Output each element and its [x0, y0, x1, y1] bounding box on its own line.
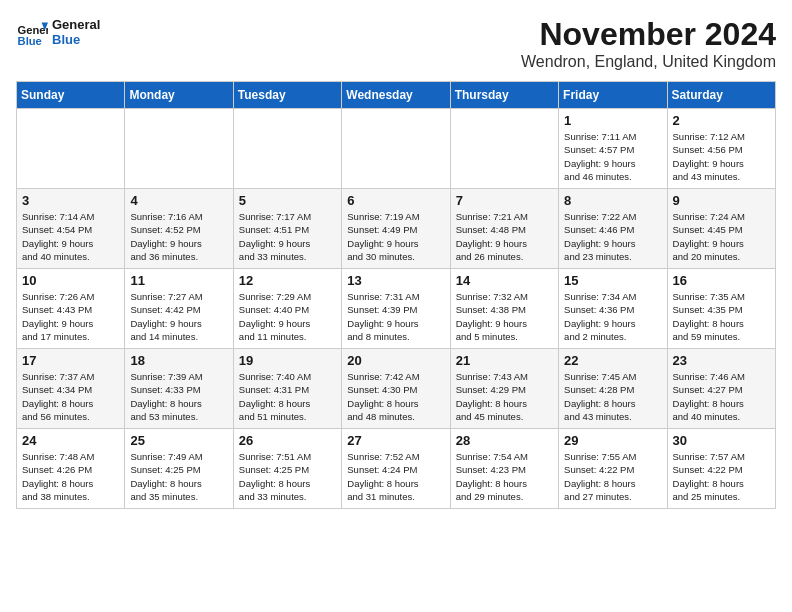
day-number: 17	[22, 353, 119, 368]
day-number: 5	[239, 193, 336, 208]
calendar: SundayMondayTuesdayWednesdayThursdayFrid…	[16, 81, 776, 509]
day-number: 4	[130, 193, 227, 208]
day-number: 28	[456, 433, 553, 448]
day-info: Sunrise: 7:39 AM Sunset: 4:33 PM Dayligh…	[130, 370, 227, 423]
day-number: 15	[564, 273, 661, 288]
calendar-cell: 22Sunrise: 7:45 AM Sunset: 4:28 PM Dayli…	[559, 349, 667, 429]
day-number: 12	[239, 273, 336, 288]
calendar-cell: 16Sunrise: 7:35 AM Sunset: 4:35 PM Dayli…	[667, 269, 775, 349]
day-number: 25	[130, 433, 227, 448]
day-info: Sunrise: 7:29 AM Sunset: 4:40 PM Dayligh…	[239, 290, 336, 343]
week-row-1: 1Sunrise: 7:11 AM Sunset: 4:57 PM Daylig…	[17, 109, 776, 189]
calendar-cell: 3Sunrise: 7:14 AM Sunset: 4:54 PM Daylig…	[17, 189, 125, 269]
week-row-2: 3Sunrise: 7:14 AM Sunset: 4:54 PM Daylig…	[17, 189, 776, 269]
calendar-cell	[233, 109, 341, 189]
calendar-cell: 28Sunrise: 7:54 AM Sunset: 4:23 PM Dayli…	[450, 429, 558, 509]
day-number: 30	[673, 433, 770, 448]
weekday-header-row: SundayMondayTuesdayWednesdayThursdayFrid…	[17, 82, 776, 109]
page-header: General Blue General Blue November 2024 …	[16, 16, 776, 71]
day-info: Sunrise: 7:43 AM Sunset: 4:29 PM Dayligh…	[456, 370, 553, 423]
day-number: 8	[564, 193, 661, 208]
calendar-cell: 29Sunrise: 7:55 AM Sunset: 4:22 PM Dayli…	[559, 429, 667, 509]
week-row-5: 24Sunrise: 7:48 AM Sunset: 4:26 PM Dayli…	[17, 429, 776, 509]
day-info: Sunrise: 7:35 AM Sunset: 4:35 PM Dayligh…	[673, 290, 770, 343]
calendar-cell: 11Sunrise: 7:27 AM Sunset: 4:42 PM Dayli…	[125, 269, 233, 349]
calendar-cell: 12Sunrise: 7:29 AM Sunset: 4:40 PM Dayli…	[233, 269, 341, 349]
calendar-cell: 5Sunrise: 7:17 AM Sunset: 4:51 PM Daylig…	[233, 189, 341, 269]
day-info: Sunrise: 7:40 AM Sunset: 4:31 PM Dayligh…	[239, 370, 336, 423]
calendar-cell: 26Sunrise: 7:51 AM Sunset: 4:25 PM Dayli…	[233, 429, 341, 509]
day-number: 9	[673, 193, 770, 208]
location-title: Wendron, England, United Kingdom	[521, 53, 776, 71]
calendar-body: 1Sunrise: 7:11 AM Sunset: 4:57 PM Daylig…	[17, 109, 776, 509]
day-number: 26	[239, 433, 336, 448]
calendar-cell: 8Sunrise: 7:22 AM Sunset: 4:46 PM Daylig…	[559, 189, 667, 269]
day-number: 24	[22, 433, 119, 448]
logo-line1: General	[52, 17, 100, 32]
day-info: Sunrise: 7:57 AM Sunset: 4:22 PM Dayligh…	[673, 450, 770, 503]
weekday-friday: Friday	[559, 82, 667, 109]
day-info: Sunrise: 7:42 AM Sunset: 4:30 PM Dayligh…	[347, 370, 444, 423]
day-number: 18	[130, 353, 227, 368]
day-info: Sunrise: 7:32 AM Sunset: 4:38 PM Dayligh…	[456, 290, 553, 343]
day-info: Sunrise: 7:11 AM Sunset: 4:57 PM Dayligh…	[564, 130, 661, 183]
day-info: Sunrise: 7:37 AM Sunset: 4:34 PM Dayligh…	[22, 370, 119, 423]
day-number: 14	[456, 273, 553, 288]
day-info: Sunrise: 7:24 AM Sunset: 4:45 PM Dayligh…	[673, 210, 770, 263]
day-info: Sunrise: 7:45 AM Sunset: 4:28 PM Dayligh…	[564, 370, 661, 423]
calendar-cell	[450, 109, 558, 189]
day-info: Sunrise: 7:21 AM Sunset: 4:48 PM Dayligh…	[456, 210, 553, 263]
week-row-3: 10Sunrise: 7:26 AM Sunset: 4:43 PM Dayli…	[17, 269, 776, 349]
calendar-cell: 2Sunrise: 7:12 AM Sunset: 4:56 PM Daylig…	[667, 109, 775, 189]
day-number: 23	[673, 353, 770, 368]
day-number: 29	[564, 433, 661, 448]
day-number: 7	[456, 193, 553, 208]
calendar-cell: 24Sunrise: 7:48 AM Sunset: 4:26 PM Dayli…	[17, 429, 125, 509]
day-info: Sunrise: 7:48 AM Sunset: 4:26 PM Dayligh…	[22, 450, 119, 503]
day-info: Sunrise: 7:46 AM Sunset: 4:27 PM Dayligh…	[673, 370, 770, 423]
month-title: November 2024	[521, 16, 776, 53]
weekday-thursday: Thursday	[450, 82, 558, 109]
day-info: Sunrise: 7:49 AM Sunset: 4:25 PM Dayligh…	[130, 450, 227, 503]
day-number: 16	[673, 273, 770, 288]
calendar-cell: 7Sunrise: 7:21 AM Sunset: 4:48 PM Daylig…	[450, 189, 558, 269]
day-number: 1	[564, 113, 661, 128]
day-info: Sunrise: 7:31 AM Sunset: 4:39 PM Dayligh…	[347, 290, 444, 343]
day-info: Sunrise: 7:51 AM Sunset: 4:25 PM Dayligh…	[239, 450, 336, 503]
calendar-cell: 30Sunrise: 7:57 AM Sunset: 4:22 PM Dayli…	[667, 429, 775, 509]
day-info: Sunrise: 7:17 AM Sunset: 4:51 PM Dayligh…	[239, 210, 336, 263]
calendar-cell: 19Sunrise: 7:40 AM Sunset: 4:31 PM Dayli…	[233, 349, 341, 429]
calendar-cell: 1Sunrise: 7:11 AM Sunset: 4:57 PM Daylig…	[559, 109, 667, 189]
logo: General Blue General Blue	[16, 16, 100, 48]
day-number: 10	[22, 273, 119, 288]
weekday-monday: Monday	[125, 82, 233, 109]
calendar-cell: 9Sunrise: 7:24 AM Sunset: 4:45 PM Daylig…	[667, 189, 775, 269]
calendar-cell: 14Sunrise: 7:32 AM Sunset: 4:38 PM Dayli…	[450, 269, 558, 349]
calendar-cell: 15Sunrise: 7:34 AM Sunset: 4:36 PM Dayli…	[559, 269, 667, 349]
day-info: Sunrise: 7:26 AM Sunset: 4:43 PM Dayligh…	[22, 290, 119, 343]
day-number: 20	[347, 353, 444, 368]
calendar-cell: 18Sunrise: 7:39 AM Sunset: 4:33 PM Dayli…	[125, 349, 233, 429]
day-info: Sunrise: 7:54 AM Sunset: 4:23 PM Dayligh…	[456, 450, 553, 503]
day-number: 21	[456, 353, 553, 368]
calendar-cell: 17Sunrise: 7:37 AM Sunset: 4:34 PM Dayli…	[17, 349, 125, 429]
calendar-cell: 6Sunrise: 7:19 AM Sunset: 4:49 PM Daylig…	[342, 189, 450, 269]
weekday-tuesday: Tuesday	[233, 82, 341, 109]
day-info: Sunrise: 7:16 AM Sunset: 4:52 PM Dayligh…	[130, 210, 227, 263]
day-info: Sunrise: 7:22 AM Sunset: 4:46 PM Dayligh…	[564, 210, 661, 263]
calendar-cell	[342, 109, 450, 189]
logo-line2: Blue	[52, 32, 100, 47]
day-info: Sunrise: 7:27 AM Sunset: 4:42 PM Dayligh…	[130, 290, 227, 343]
calendar-cell: 21Sunrise: 7:43 AM Sunset: 4:29 PM Dayli…	[450, 349, 558, 429]
day-info: Sunrise: 7:55 AM Sunset: 4:22 PM Dayligh…	[564, 450, 661, 503]
day-info: Sunrise: 7:14 AM Sunset: 4:54 PM Dayligh…	[22, 210, 119, 263]
day-info: Sunrise: 7:19 AM Sunset: 4:49 PM Dayligh…	[347, 210, 444, 263]
day-info: Sunrise: 7:12 AM Sunset: 4:56 PM Dayligh…	[673, 130, 770, 183]
calendar-cell: 25Sunrise: 7:49 AM Sunset: 4:25 PM Dayli…	[125, 429, 233, 509]
day-number: 11	[130, 273, 227, 288]
calendar-cell: 10Sunrise: 7:26 AM Sunset: 4:43 PM Dayli…	[17, 269, 125, 349]
calendar-cell: 4Sunrise: 7:16 AM Sunset: 4:52 PM Daylig…	[125, 189, 233, 269]
logo-icon: General Blue	[16, 16, 48, 48]
calendar-cell: 13Sunrise: 7:31 AM Sunset: 4:39 PM Dayli…	[342, 269, 450, 349]
title-section: November 2024 Wendron, England, United K…	[521, 16, 776, 71]
